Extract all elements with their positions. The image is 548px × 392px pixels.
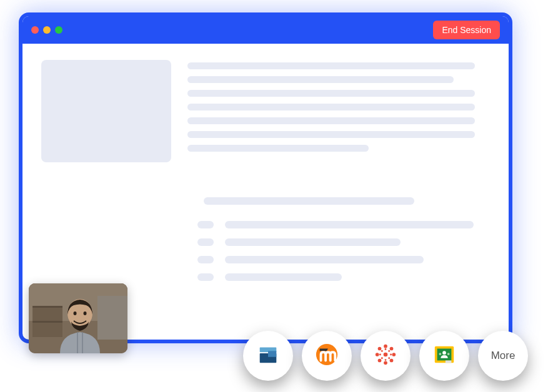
placeholder-line [225, 238, 401, 246]
svg-point-34 [447, 353, 450, 355]
svg-point-8 [84, 311, 87, 315]
svg-point-19 [379, 354, 381, 356]
integration-canvas[interactable] [361, 331, 411, 381]
bullet-placeholder [197, 221, 214, 228]
svg-point-17 [385, 359, 387, 361]
placeholder-line [187, 117, 475, 124]
svg-point-27 [381, 357, 383, 359]
placeholder-line [225, 273, 342, 281]
svg-rect-35 [446, 361, 452, 363]
svg-point-16 [384, 361, 387, 365]
window-controls [31, 26, 62, 34]
svg-point-32 [442, 351, 446, 355]
svg-point-21 [390, 354, 392, 356]
bullet-placeholder [197, 238, 214, 246]
list-item [197, 238, 490, 246]
svg-point-29 [388, 357, 390, 359]
svg-point-18 [376, 353, 379, 356]
svg-point-24 [390, 347, 394, 351]
svg-point-15 [385, 348, 387, 350]
svg-point-28 [390, 359, 394, 363]
svg-point-23 [381, 350, 383, 352]
integration-schoology[interactable] [243, 331, 293, 381]
integration-moodle[interactable] [302, 331, 352, 381]
content-thumbnail-placeholder [41, 60, 171, 162]
svg-point-13 [384, 353, 388, 357]
list-item [197, 273, 490, 281]
maximize-window-button[interactable] [55, 26, 62, 34]
placeholder-line [225, 256, 424, 263]
placeholder-line [187, 90, 475, 97]
bullet-placeholder [197, 256, 214, 263]
content-top [22, 44, 509, 179]
svg-rect-5 [97, 296, 127, 340]
close-window-button[interactable] [31, 26, 39, 34]
list-item [197, 221, 490, 228]
integration-more-button[interactable]: More [478, 331, 528, 381]
placeholder-line [187, 104, 475, 110]
svg-rect-4 [32, 321, 62, 323]
svg-point-14 [384, 345, 387, 348]
google-classroom-icon [432, 343, 456, 369]
svg-point-22 [378, 347, 382, 351]
bullet-placeholder [197, 273, 214, 281]
svg-rect-3 [32, 306, 62, 308]
placeholder-line [187, 145, 369, 152]
placeholder-line [187, 62, 475, 69]
moodle-icon [315, 343, 339, 369]
svg-point-20 [392, 353, 396, 356]
webcam-video-pip[interactable] [29, 283, 127, 353]
canvas-icon [374, 343, 397, 369]
integration-google-classroom[interactable] [419, 331, 469, 381]
placeholder-line [225, 221, 474, 228]
svg-point-25 [388, 350, 390, 352]
minimize-window-button[interactable] [43, 26, 51, 34]
content-lower [22, 179, 509, 281]
integration-row: More [243, 331, 528, 381]
list-item [197, 256, 490, 263]
section-title-placeholder [204, 197, 414, 205]
svg-point-33 [439, 353, 441, 355]
titlebar: End Session [22, 16, 509, 44]
placeholder-line [187, 131, 475, 138]
svg-point-26 [378, 359, 382, 363]
placeholder-line [187, 76, 454, 83]
content-text-placeholder [187, 60, 490, 162]
schoology-icon [256, 343, 280, 369]
svg-point-7 [74, 311, 77, 315]
svg-rect-11 [268, 351, 276, 357]
more-label: More [491, 350, 516, 362]
end-session-button[interactable]: End Session [433, 21, 500, 39]
